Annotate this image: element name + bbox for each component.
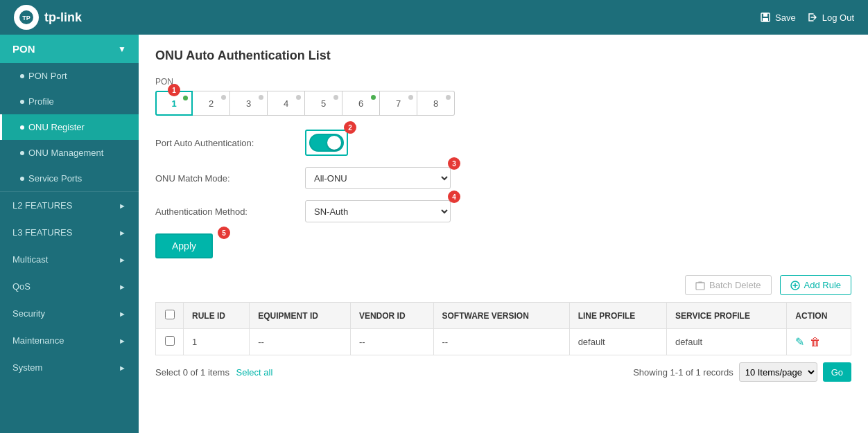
delete-icon[interactable]: 🗑 [810, 336, 821, 348]
select-info: Select 0 of 1 items Select all [155, 367, 272, 378]
logout-label: Log Out [822, 12, 854, 23]
col-rule-id: RULE ID [184, 303, 250, 329]
auth-method-select[interactable]: SN-Auth Password-Auth SN+Password-Auth [305, 200, 451, 222]
vendor-id-cell: -- [350, 329, 433, 355]
tab5-label: 5 [321, 98, 326, 109]
l2-features-label: L2 FEATURES [12, 200, 72, 211]
tab8-status-dot [446, 95, 451, 100]
tab3-status-dot [259, 95, 263, 100]
sidebar-item-security[interactable]: Security ► [0, 300, 139, 327]
system-label: System [12, 362, 42, 373]
onu-match-label: ONU Match Mode: [155, 173, 294, 184]
sidebar-profile-label: Profile [28, 96, 54, 107]
tab7-status-dot [408, 95, 413, 100]
dot-icon [20, 125, 24, 130]
software-version-cell: -- [433, 329, 569, 355]
sidebar-service-ports-label: Service Ports [28, 173, 82, 184]
action-cell: ✎ 🗑 [787, 329, 851, 355]
maintenance-chevron-icon: ► [119, 337, 126, 345]
system-chevron-icon: ► [119, 364, 126, 372]
logout-button[interactable]: Log Out [807, 12, 854, 23]
batch-delete-label: Batch Delete [709, 280, 761, 290]
sidebar: PON ▼ PON Port Profile ONU Register ONU … [0, 35, 139, 433]
showing-text: Showing 1-1 of 1 records [633, 367, 734, 378]
col-service-profile: SERVICE PROFILE [667, 303, 787, 329]
batch-delete-button[interactable]: Batch Delete [685, 275, 771, 295]
page-title: ONU Auto Authentication List [155, 48, 851, 63]
col-software-version: SOFTWARE VERSION [433, 303, 569, 329]
save-label: Save [775, 12, 796, 23]
col-equipment-id: EQUIPMENT ID [250, 303, 351, 329]
sidebar-item-l2-features[interactable]: L2 FEATURES ► [0, 192, 139, 219]
per-page-select[interactable]: 10 Items/page 20 Items/page 50 Items/pag… [739, 362, 817, 382]
save-button[interactable]: Save [760, 12, 796, 23]
table-actions: Batch Delete Add Rule [155, 275, 851, 295]
pon-tab-2[interactable]: 2 [193, 91, 230, 116]
apply-button[interactable]: Apply [155, 233, 213, 258]
dot-icon [20, 177, 24, 181]
sidebar-item-system[interactable]: System ► [0, 354, 139, 381]
tab6-label: 6 [358, 98, 363, 109]
sidebar-item-maintenance[interactable]: Maintenance ► [0, 327, 139, 354]
pon-tab-8[interactable]: 8 [417, 91, 455, 116]
maintenance-label: Maintenance [12, 335, 64, 346]
col-line-profile: LINE PROFILE [569, 303, 666, 329]
step5-badge: 5 [218, 227, 230, 239]
sidebar-item-qos[interactable]: QoS ► [0, 273, 139, 300]
sidebar-item-onu-register[interactable]: ONU Register [0, 114, 139, 140]
select-all-link[interactable]: Select all [236, 367, 273, 378]
sidebar-item-pon-port[interactable]: PON Port [0, 63, 139, 89]
pon-tab-3[interactable]: 3 [230, 91, 268, 116]
multicast-chevron-icon: ► [119, 256, 126, 264]
svg-text:TP: TP [22, 15, 31, 21]
onu-match-control: All-ONU SN Password SN+Password 3 [305, 167, 451, 189]
select-count: Select 0 of 1 items [155, 367, 229, 378]
qos-label: QoS [12, 281, 31, 292]
tab1-label: 1 [171, 98, 176, 109]
pon-tabs-label: PON [155, 77, 851, 87]
svg-rect-5 [696, 283, 704, 290]
toggle-knob [327, 136, 341, 150]
apply-wrap: Apply 5 [155, 233, 851, 258]
add-rule-button[interactable]: Add Rule [780, 275, 851, 295]
table-footer: Select 0 of 1 items Select all Showing 1… [155, 362, 851, 382]
onu-match-row: ONU Match Mode: All-ONU SN Password SN+P… [155, 167, 851, 189]
select-all-checkbox[interactable] [165, 310, 175, 319]
tab5-status-dot [333, 95, 338, 100]
main-layout: PON ▼ PON Port Profile ONU Register ONU … [0, 35, 868, 433]
add-rule-label: Add Rule [804, 280, 841, 290]
tab6-status-dot [371, 95, 376, 100]
content-area: ONU Auto Authentication List PON 1 1 2 3 [139, 35, 868, 433]
sidebar-pon-top[interactable]: PON ▼ [0, 35, 139, 63]
sidebar-item-multicast[interactable]: Multicast ► [0, 246, 139, 273]
sidebar-onu-mgmt-label: ONU Management [28, 148, 103, 158]
col-check [156, 303, 184, 329]
onu-match-select[interactable]: All-ONU SN Password SN+Password [305, 167, 451, 189]
sidebar-item-profile[interactable]: Profile [0, 89, 139, 114]
sidebar-item-service-ports[interactable]: Service Ports [0, 166, 139, 191]
logo-text: tp-link [44, 10, 82, 25]
pon-tab-4[interactable]: 4 [268, 91, 305, 116]
row-checkbox[interactable] [165, 336, 175, 346]
sidebar-onu-register-label: ONU Register [28, 122, 85, 132]
tab7-label: 7 [396, 98, 401, 109]
pon-tab-1[interactable]: 1 1 [155, 91, 193, 116]
step3-badge: 3 [448, 157, 460, 170]
multicast-label: Multicast [12, 254, 48, 265]
row-check-cell [156, 329, 184, 355]
pon-tab-7[interactable]: 7 [380, 91, 417, 116]
service-profile-cell: default [667, 329, 787, 355]
pon-tab-6[interactable]: 6 [342, 91, 380, 116]
edit-icon[interactable]: ✎ [795, 335, 804, 348]
svg-rect-4 [763, 18, 768, 21]
go-button[interactable]: Go [823, 362, 851, 382]
table-row: 1 -- -- -- default default ✎ 🗑 [156, 329, 851, 355]
logo: TP tp-link [14, 5, 82, 30]
pagination-right: Showing 1-1 of 1 records 10 Items/page 2… [633, 362, 851, 382]
sidebar-item-l3-features[interactable]: L3 FEATURES ► [0, 219, 139, 246]
pon-tab-5[interactable]: 5 [305, 91, 342, 116]
port-auth-toggle[interactable] [309, 134, 344, 152]
sidebar-item-onu-management[interactable]: ONU Management [0, 140, 139, 166]
tab2-label: 2 [209, 98, 214, 109]
tab2-status-dot [221, 95, 226, 100]
